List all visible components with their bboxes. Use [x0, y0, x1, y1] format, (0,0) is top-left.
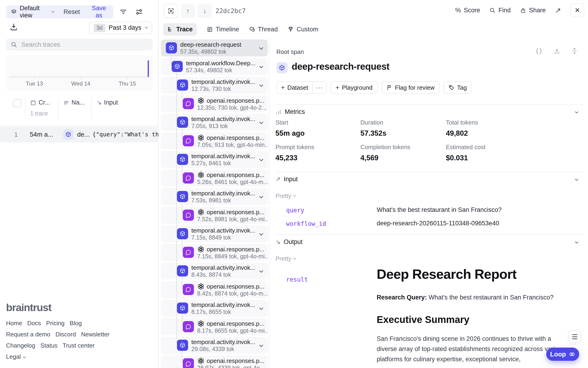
- share-button[interactable]: Share: [520, 7, 546, 14]
- collapse-span-chevron[interactable]: [259, 83, 263, 87]
- span-icon: [276, 62, 288, 74]
- report-paragraph: San Francisco's dining scene in 2026 con…: [377, 334, 573, 364]
- span-icon: [63, 129, 73, 140]
- tab-thread[interactable]: Thread: [249, 23, 278, 36]
- collapse-input-chevron[interactable]: [575, 177, 578, 181]
- brush-icon: [288, 26, 294, 33]
- dataset-more-button[interactable]: ···: [312, 82, 326, 93]
- trace-span-row[interactable]: openai.responses.p...28.97s, 4339 tok, g…: [161, 355, 268, 368]
- collapse-span-chevron[interactable]: [259, 64, 263, 68]
- collapse-metrics-chevron[interactable]: [575, 110, 578, 113]
- span-icon: [177, 154, 188, 165]
- footer-link[interactable]: Docs: [27, 320, 41, 327]
- collapse-span-chevron[interactable]: [259, 343, 263, 347]
- column-name[interactable]: Na...: [63, 99, 85, 106]
- trace-tree: deep-research-request57.35s, 49802 tokte…: [161, 39, 268, 368]
- footer-link[interactable]: Request a demo: [6, 331, 50, 338]
- json-view-icon[interactable]: {}: [535, 47, 543, 54]
- find-button[interactable]: Find: [489, 7, 511, 14]
- span-name: temporal.workflow.Deep...: [186, 60, 255, 67]
- download-icon[interactable]: [554, 48, 560, 54]
- span-meta: 28.97s, 4339 tok, gpt-4o...: [197, 365, 264, 368]
- expand-rows-icon[interactable]: [571, 48, 578, 54]
- span-name: openai.responses.p...: [197, 246, 268, 253]
- openai-icon: [197, 97, 205, 104]
- output-format-dropdown[interactable]: Pretty: [275, 255, 296, 262]
- search-input[interactable]: Search traces: [6, 38, 153, 51]
- header-actions: %Score Find Share ↗ ×: [455, 3, 584, 17]
- next-span-button[interactable]: ↓: [198, 4, 212, 18]
- add-to-dataset-button[interactable]: +Dataset: [277, 82, 312, 93]
- tag-button[interactable]: Tag: [443, 81, 472, 94]
- metrics-section-header[interactable]: Metrics: [275, 108, 305, 115]
- legal-link[interactable]: Legal: [6, 353, 25, 360]
- footer-link[interactable]: Pricing: [46, 320, 64, 327]
- footer-link[interactable]: Trust center: [63, 342, 95, 349]
- collapse-span-chevron[interactable]: [259, 46, 263, 50]
- collapse-output-chevron[interactable]: [575, 240, 578, 243]
- focus-mode-button[interactable]: [164, 4, 178, 18]
- footer-link[interactable]: Blog: [70, 320, 82, 327]
- trace-table-row[interactable]: 1 54m a... de... {"query":"What's th: [0, 127, 159, 142]
- collapse-span-chevron[interactable]: [259, 232, 263, 236]
- column-input[interactable]: ↘ Input: [97, 99, 118, 106]
- collapse-span-chevron[interactable]: [259, 306, 263, 310]
- input-section-header[interactable]: ↗ Input: [275, 176, 298, 183]
- collapse-span-chevron[interactable]: [259, 120, 263, 124]
- report-section-heading: Executive Summary: [377, 314, 573, 325]
- loop-button[interactable]: Loop: [546, 348, 579, 361]
- row-created: 54m a...: [30, 131, 53, 138]
- sliders-icon[interactable]: [135, 8, 143, 17]
- span-icon: [177, 117, 188, 128]
- sidebar: Default view Reset Save as 3d Past 3 day…: [0, 0, 159, 368]
- document-icon: [207, 26, 213, 33]
- column-created[interactable]: Cr...: [30, 99, 50, 106]
- footer-link[interactable]: Changelog: [6, 342, 35, 349]
- download-icon[interactable]: [9, 23, 18, 32]
- search-icon: [11, 41, 17, 48]
- loop-rings-icon: [569, 351, 575, 358]
- open-external-icon[interactable]: ↗: [555, 6, 561, 15]
- playground-button[interactable]: +Playground: [330, 81, 378, 94]
- score-button[interactable]: %Score: [455, 7, 480, 14]
- footer-link[interactable]: Discord: [55, 331, 76, 338]
- collapse-span-chevron[interactable]: [259, 194, 263, 198]
- llm-span-icon: [183, 284, 194, 295]
- footer-links-row: Home Docs Pricing Blog: [6, 320, 82, 327]
- openai-icon: [197, 357, 205, 365]
- time-range-button[interactable]: 3d Past 3 days: [89, 22, 152, 34]
- span-meta: 8.43s, 8874 tok: [191, 271, 255, 278]
- reset-button[interactable]: Reset: [64, 8, 80, 16]
- tab-timeline[interactable]: Timeline: [207, 23, 239, 36]
- span-meta: 5.26s, 8461 tok, gpt-4o-m...: [197, 179, 268, 185]
- tab-custom[interactable]: Custom: [288, 23, 318, 36]
- select-all-checkbox[interactable]: [13, 99, 21, 107]
- footer-link[interactable]: Home: [6, 320, 22, 327]
- previous-span-button[interactable]: ↑: [181, 4, 195, 18]
- view-selector[interactable]: Default view: [20, 5, 49, 19]
- traces-histogram[interactable]: Tue 13 Wed 14 Thu 15: [6, 55, 153, 91]
- llm-span-icon: [183, 210, 194, 221]
- arrow-up-icon: ↑: [186, 7, 190, 15]
- page-menu-button[interactable]: [569, 330, 581, 343]
- trace-span-row[interactable]: deep-research-request57.35s, 49802 tok: [161, 39, 268, 56]
- close-button[interactable]: ×: [570, 3, 584, 17]
- tab-trace[interactable]: Trace: [163, 23, 197, 36]
- save-as-button[interactable]: Save as: [89, 5, 109, 19]
- metric-completion-tokens: Completion tokens4,569: [361, 144, 442, 162]
- layers-icon: [11, 9, 17, 15]
- input-key: workflow_id: [286, 220, 326, 227]
- filter-icon[interactable]: [119, 8, 127, 17]
- input-format-dropdown[interactable]: Pretty: [275, 192, 296, 200]
- footer-link[interactable]: Newsletter: [81, 331, 110, 338]
- output-section-header[interactable]: ↘ Output: [275, 238, 303, 246]
- metric-total-tokens: Total tokens49,802: [446, 119, 527, 138]
- flag-for-review-button[interactable]: Flag for review: [381, 81, 440, 94]
- app-root: Default view Reset Save as 3d Past 3 day…: [0, 0, 588, 368]
- collapse-span-chevron[interactable]: [259, 269, 263, 273]
- tag-icon: [448, 84, 454, 91]
- footer-link[interactable]: Status: [40, 342, 58, 349]
- collapse-span-chevron[interactable]: [259, 157, 263, 161]
- output-report: Deep Research Report Research Query: Wha…: [377, 266, 573, 364]
- arrow-down-right-icon: ↘: [275, 238, 280, 246]
